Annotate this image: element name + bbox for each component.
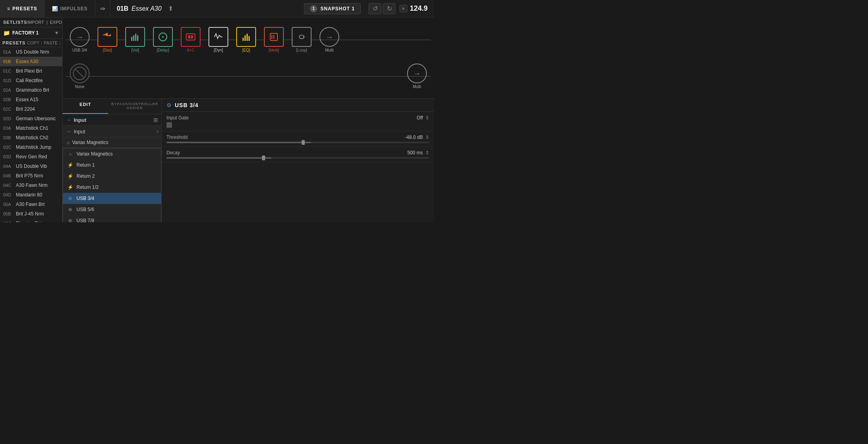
dropdown-item-label: Return 1	[76, 162, 95, 168]
svg-rect-15	[245, 35, 246, 41]
list-item[interactable]: 03BMatchstick Ch2	[0, 133, 62, 142]
dropdown-item[interactable]: ⚡Return 1	[63, 160, 161, 171]
usb-icon: ⚙	[166, 102, 172, 108]
preset-name: Matchstick Ch1	[16, 125, 48, 131]
params-header: ⚙ USB 3/4	[162, 99, 434, 112]
chain-node-verb[interactable]: [Verb]	[264, 27, 284, 52]
chain-node-ac[interactable]: A+C	[181, 27, 201, 52]
list-item[interactable]: 04DMandarin 80	[0, 190, 62, 200]
list-item[interactable]: 02CBrit 2204	[0, 104, 62, 114]
copy-button[interactable]: COPY	[27, 40, 39, 45]
list-item[interactable]: 02BEssex A15	[0, 95, 62, 104]
chain-node-loop[interactable]: [Loop]	[292, 27, 312, 52]
dropdown-header-label: Variax Magnetics	[72, 140, 108, 145]
paste-button[interactable]: PASTE	[44, 40, 57, 45]
preset-name: US Double Nrm	[16, 49, 49, 55]
share-button[interactable]: ⬆	[165, 5, 176, 12]
dropdown-item[interactable]: ⊕USB 5/6	[63, 204, 161, 215]
decay-value: 500 ms	[407, 150, 423, 156]
chain-node-dist[interactable]: [Dist]	[98, 27, 117, 52]
edit-input-label: Input	[74, 117, 151, 123]
dropdown-menu: ⟐Variax Magnetics⚡Return 1⚡Return 2⚡Retu…	[63, 148, 161, 222]
dropdown-item[interactable]: ⊕USB 3/4	[63, 193, 161, 204]
factory-row[interactable]: 📁 FACTORY 1 ▼	[0, 27, 62, 39]
tab-bypass[interactable]: BYPASS/CONTROLLER ASSIGN	[108, 99, 161, 114]
svg-point-10	[162, 36, 164, 38]
chain-node-dyn[interactable]: [Dyn]	[208, 27, 228, 52]
snapshot-button[interactable]: 1 SNAPSHOT 1	[304, 3, 361, 14]
preset-id: 05A	[3, 202, 13, 207]
preset-id: 03A	[3, 126, 13, 131]
list-item[interactable]: 05BBrit J-45 Nrm	[0, 209, 62, 219]
list-item[interactable]: 04CA30 Fawn Nrm	[0, 181, 62, 190]
svg-rect-1	[105, 34, 106, 35]
tab-impulses[interactable]: 📊 IMPULSES	[45, 0, 95, 17]
dropdown-item-label: USB 5/6	[76, 207, 94, 212]
list-item[interactable]: 01AUS Double Nrm	[0, 47, 62, 57]
decay-slider[interactable]	[166, 157, 429, 159]
list-item[interactable]: 01BEssex A30	[0, 57, 62, 66]
undo-button[interactable]: ↺	[369, 3, 381, 14]
list-item[interactable]: 02AGrammatico Brt	[0, 85, 62, 95]
bpm-area: ≡ 124.9	[400, 4, 434, 13]
nav-arrow[interactable]: ⇒	[95, 0, 110, 17]
dropdown-trigger[interactable]: → Input ›	[63, 126, 161, 137]
preset-name: Revv Gen Red	[16, 154, 47, 160]
redo-button[interactable]: ↻	[383, 3, 396, 14]
decay-stepper[interactable]: ⇕	[425, 150, 429, 156]
setlists-import[interactable]: IMPORT	[27, 20, 44, 25]
chain-node-delay[interactable]: [Delay]	[153, 27, 173, 52]
dropdown-item-icon: ⚡	[67, 173, 73, 179]
chain-node-multi1[interactable]: → Multi	[319, 27, 339, 52]
variax-icon: ⟐	[67, 139, 70, 146]
threshold-label: Threshold	[166, 135, 187, 140]
chain-node-multi2[interactable]: → Multi	[407, 63, 427, 89]
list-item[interactable]: 03DRevv Gen Red	[0, 152, 62, 161]
bpm-value: 124.9	[410, 4, 428, 13]
dropdown-item-label: Return 1/2	[76, 185, 99, 190]
chain-node-eq[interactable]: [EQ]	[236, 27, 256, 52]
list-item[interactable]: 01DCali Rectifire	[0, 76, 62, 85]
setlists-export[interactable]: EXPORT	[50, 20, 63, 25]
list-item[interactable]: 03CMatchstick Jump	[0, 142, 62, 152]
chain-node-usb34[interactable]: → USB 3/4	[70, 27, 90, 52]
preset-name: Brit P75 Nrm	[16, 173, 43, 179]
preset-id: 05B	[3, 211, 13, 216]
preset-id: 05C	[3, 221, 13, 222]
list-item[interactable]: 04AUS Double Vib	[0, 161, 62, 171]
dropdown-item[interactable]: ⟐Variax Magnetics	[63, 148, 161, 160]
threshold-stepper[interactable]: ⇕	[425, 135, 429, 140]
svg-rect-12	[188, 35, 190, 38]
list-item[interactable]: 05AA30 Fawn Brt	[0, 200, 62, 209]
preset-id: 04D	[3, 192, 13, 197]
tab-edit[interactable]: EDIT	[63, 99, 108, 114]
sep1: |	[46, 20, 48, 25]
preset-name: Mandarin 80	[16, 192, 42, 198]
chevron-right-icon: ›	[157, 129, 158, 134]
impulses-icon: 📊	[52, 6, 58, 12]
preset-id: 02D	[3, 116, 13, 121]
bottom-area: EDIT BYPASS/CONTROLLER ASSIGN → Input ⊞ …	[63, 99, 434, 222]
preset-name: Essex A15	[16, 97, 38, 102]
chain-node-vol[interactable]: [Vol]	[125, 27, 145, 52]
dropdown-item[interactable]: ⚡Return 2	[63, 171, 161, 182]
list-item[interactable]: 01CBrit Plexi Brt	[0, 66, 62, 76]
input-gate-stepper[interactable]: ⇕	[425, 115, 429, 121]
presets-bar-actions: COPY | PASTE | IMPORT | EXPORT	[27, 40, 63, 45]
preset-id: 02A	[3, 88, 13, 92]
list-item[interactable]: 03AMatchstick Ch1	[0, 123, 62, 133]
chain-node-none[interactable]: None	[70, 63, 90, 89]
svg-rect-13	[191, 35, 193, 38]
input-label-2: Input	[74, 129, 154, 135]
svg-rect-8	[137, 35, 138, 41]
dropdown-item[interactable]: ⊕USB 7/8	[63, 215, 161, 222]
dropdown-item[interactable]: ⚡Return 1/2	[63, 182, 161, 193]
list-item[interactable]: 04BBrit P75 Nrm	[0, 171, 62, 181]
tab-presets[interactable]: ≡ PRESETS	[0, 0, 45, 17]
grid-icon[interactable]: ⊞	[153, 117, 158, 123]
threshold-slider[interactable]	[166, 142, 429, 143]
edit-input-row-1: → Input ⊞	[63, 114, 161, 126]
preset-id: 01B	[3, 59, 13, 64]
list-item[interactable]: 02DGerman Ubersonic	[0, 114, 62, 123]
list-item[interactable]: 05CPlacater Dirty	[0, 219, 62, 222]
